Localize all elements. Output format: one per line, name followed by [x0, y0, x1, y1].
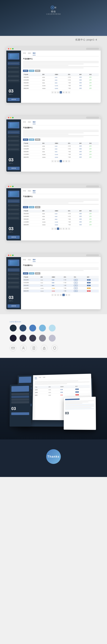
tab-detail-1[interactable]: 详情 [23, 52, 26, 55]
page-2[interactable]: 2 [57, 294, 59, 296]
page-prev[interactable]: < [51, 294, 54, 296]
td-compare[interactable]: 对比 [73, 278, 86, 282]
page-1[interactable]: 1 [54, 91, 56, 94]
page-5[interactable]: 5 [65, 160, 68, 162]
tab-promo-3[interactable]: 优惠 [28, 190, 31, 193]
td-buy[interactable]: 购买 [86, 278, 99, 282]
sidebar-item-5[interactable] [8, 78, 20, 82]
page-3[interactable]: 3 [60, 91, 62, 94]
sidebar-item-2-4[interactable] [8, 143, 20, 147]
sidebar-item-2-3[interactable] [8, 139, 20, 142]
sidebar-item-3-2[interactable] [8, 204, 20, 207]
td-action[interactable]: 查看 [79, 218, 89, 221]
sidebar-item-4-4[interactable] [8, 281, 20, 284]
tab-detail-4[interactable]: 详情 [23, 259, 26, 262]
sidebar-item-4[interactable] [8, 74, 20, 78]
td-buy[interactable]: 购买 [86, 290, 99, 292]
td-status: 正常 [89, 224, 99, 226]
tab-quote-3[interactable]: 报价 [33, 190, 36, 193]
text-block-3 [23, 199, 99, 205]
page-5[interactable]: 5 [65, 228, 68, 230]
sidebar-button-3[interactable]: 查看详情 [8, 236, 20, 239]
td-action[interactable]: 查看 [79, 82, 89, 84]
sidebar-item-2-5[interactable] [8, 148, 20, 151]
td-buy[interactable]: 购买 [86, 282, 99, 284]
menu-line [10, 80, 19, 80]
td-action[interactable]: 查看 [79, 79, 89, 82]
page-2[interactable]: 2 [57, 160, 59, 162]
sidebar-item-4-1[interactable] [8, 268, 20, 272]
page-prev[interactable]: < [51, 228, 54, 230]
sidebar-item-4-2[interactable] [8, 272, 20, 276]
td-action[interactable]: 查看 [79, 215, 89, 218]
page-3[interactable]: 3 [60, 294, 62, 296]
sidebar-item-2-1[interactable] [8, 130, 20, 134]
tab-promo-1[interactable]: 优惠 [28, 52, 31, 55]
page-2[interactable]: 2 [57, 91, 59, 94]
sidebar-item-4-5[interactable] [8, 285, 20, 289]
page-next[interactable]: > [68, 91, 70, 94]
td-compare[interactable]: 对比 [73, 284, 86, 287]
td-compare[interactable]: 对比 [73, 287, 86, 290]
tab-promo-4[interactable]: 优惠 [28, 259, 31, 262]
titlebar-search-3[interactable] [86, 186, 99, 188]
page-2[interactable]: 2 [57, 228, 59, 230]
td-buy[interactable]: 购买 [86, 284, 99, 287]
tab-quote-2[interactable]: 报价 [33, 121, 36, 124]
page-1[interactable]: 1 [54, 294, 56, 296]
td-action[interactable]: 查看 [79, 145, 89, 148]
titlebar-search-1[interactable] [86, 48, 99, 50]
td-compare[interactable]: 对比 [73, 290, 86, 292]
titlebar-search-2[interactable] [86, 117, 99, 118]
menu-line [10, 214, 19, 214]
tab-detail-2[interactable]: 详情 [23, 121, 26, 124]
sidebar-item-2[interactable] [8, 66, 20, 70]
sidebar-button-4[interactable]: 查看详情 [8, 304, 20, 308]
sidebar-item-4-3[interactable] [8, 277, 20, 280]
page-4[interactable]: 4 [62, 160, 65, 162]
td-compare[interactable]: 对比 [73, 282, 86, 284]
page-next[interactable]: > [68, 228, 70, 230]
page-prev[interactable]: < [51, 91, 54, 94]
page-3[interactable]: 3 [60, 228, 62, 230]
sidebar-button-2[interactable]: 查看详情 [8, 167, 20, 170]
sidebar-item-3-4[interactable] [8, 212, 20, 216]
td-action[interactable]: 查看 [79, 224, 89, 226]
page-5[interactable]: 5 [65, 294, 68, 296]
page-4[interactable]: 4 [62, 228, 65, 230]
sidebar-item-3[interactable] [8, 70, 20, 74]
color-circle-blue [29, 324, 36, 332]
td-action[interactable]: 查看 [79, 76, 89, 79]
sidebar-button-1[interactable]: 查看详情 [8, 98, 20, 101]
tab-promo-2[interactable]: 优惠 [28, 121, 31, 124]
tab-quote-1[interactable]: 报价 [33, 52, 36, 55]
td-action[interactable]: 查看 [79, 221, 89, 224]
td-action[interactable]: 查看 [79, 153, 89, 156]
td-action[interactable]: 查看 [79, 148, 89, 150]
sidebar-item-1[interactable] [8, 62, 20, 65]
page-next[interactable]: > [68, 294, 70, 296]
sidebar-item-3-5[interactable] [8, 216, 20, 220]
tab-quote-4[interactable]: 报价 [33, 259, 36, 262]
page-3[interactable]: 3 [60, 160, 62, 162]
td-action[interactable]: 查看 [79, 212, 89, 215]
td-buy[interactable]: 购买 [86, 287, 99, 290]
titlebar-search-4[interactable] [86, 254, 99, 256]
page-5[interactable]: 5 [65, 91, 68, 94]
page-next[interactable]: > [68, 160, 70, 162]
td-action[interactable]: 查看 [79, 150, 89, 153]
page-prev[interactable]: < [51, 160, 54, 162]
page-4[interactable]: 4 [62, 91, 65, 94]
page-1[interactable]: 1 [54, 160, 56, 162]
page-1[interactable]: 1 [54, 228, 56, 230]
page-4[interactable]: 4 [62, 294, 65, 296]
sidebar-item-3-1[interactable] [8, 199, 20, 203]
sidebar-item-3-3[interactable] [8, 208, 20, 212]
td-action[interactable]: 查看 [79, 87, 89, 90]
mockup-td: 购买 [75, 390, 90, 393]
td-action[interactable]: 查看 [79, 156, 89, 159]
menu-dot [9, 149, 9, 150]
tab-detail-3[interactable]: 详情 [23, 190, 26, 193]
td-action[interactable]: 查看 [79, 84, 89, 87]
sidebar-item-2-2[interactable] [8, 135, 20, 138]
